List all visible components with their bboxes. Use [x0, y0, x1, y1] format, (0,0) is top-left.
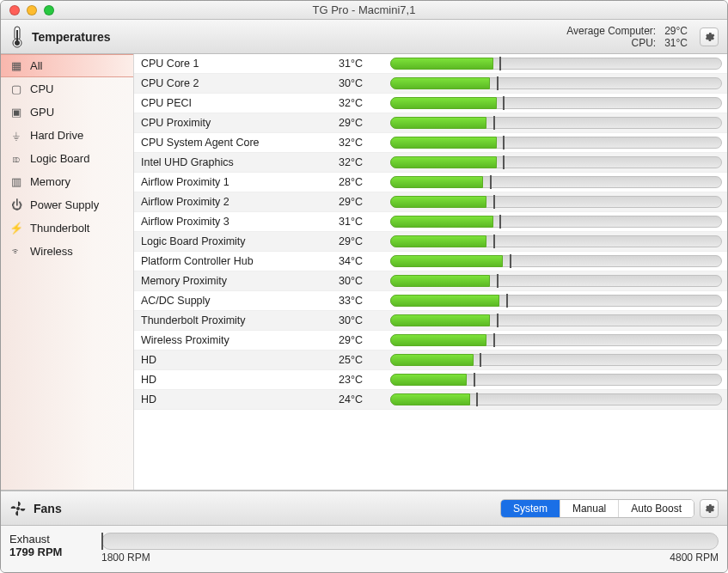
sensor-name: Intel UHD Graphics — [141, 156, 339, 168]
sensor-bar — [390, 334, 722, 346]
sensor-name: Platform Controller Hub — [141, 255, 339, 267]
sensor-row[interactable]: Airflow Proximity 229°C — [134, 192, 727, 212]
sensor-row[interactable]: CPU System Agent Core32°C — [134, 133, 727, 153]
sensor-name: Memory Proximity — [141, 275, 339, 287]
sensor-row[interactable]: AC/DC Supply33°C — [134, 291, 727, 311]
sidebar-item-label: CPU — [30, 82, 53, 95]
sensor-bar — [390, 295, 722, 307]
sensor-bar — [390, 97, 722, 109]
window-close-icon[interactable] — [9, 5, 20, 15]
sensor-name: Thunderbolt Proximity — [141, 314, 339, 326]
sensor-value: 34°C — [339, 255, 390, 267]
sensor-value: 29°C — [339, 235, 390, 247]
fans-settings-button[interactable] — [700, 499, 719, 518]
sensor-row[interactable]: CPU PECI32°C — [134, 94, 727, 113]
sensor-bar — [390, 275, 722, 287]
sensor-name: CPU Proximity — [141, 117, 339, 129]
board-icon: ⎄ — [9, 152, 23, 165]
sensor-value: 31°C — [339, 216, 390, 228]
sensor-bar — [390, 255, 722, 267]
window-minimize-icon[interactable] — [27, 5, 37, 15]
drive-icon: ⏚ — [9, 129, 23, 142]
sensor-name: AC/DC Supply — [141, 295, 339, 307]
sensor-row[interactable]: Wireless Proximity29°C — [134, 331, 727, 351]
sensor-value: 33°C — [339, 295, 390, 307]
sensor-row[interactable]: Intel UHD Graphics32°C — [134, 153, 727, 173]
sensor-row[interactable]: Airflow Proximity 128°C — [134, 173, 727, 192]
sidebar-item-hd[interactable]: ⏚Hard Drive — [1, 124, 133, 147]
sensor-list[interactable]: CPU Core 131°CCPU Core 230°CCPU PECI32°C… — [134, 54, 727, 490]
sensor-value: 32°C — [339, 97, 390, 109]
fan-bar[interactable] — [101, 533, 719, 550]
sensor-value: 30°C — [339, 275, 390, 287]
sensor-row[interactable]: Logic Board Proximity29°C — [134, 232, 727, 252]
sensor-row[interactable]: Thunderbolt Proximity30°C — [134, 311, 727, 331]
temperatures-header: Temperatures Average Computer: 29°C CPU:… — [1, 20, 727, 54]
chip-icon: ▢ — [9, 82, 23, 95]
fan-bar-area: 1800 RPM4800 RPM — [101, 533, 719, 564]
sensor-value: 30°C — [339, 314, 390, 326]
category-sidebar: ▦All▢CPU▣GPU⏚Hard Drive⎄Logic Board▥Memo… — [1, 54, 134, 490]
sidebar-item-thunderbolt[interactable]: ⚡Thunderbolt — [1, 216, 133, 240]
sensor-bar — [390, 314, 722, 326]
sensor-row[interactable]: Airflow Proximity 331°C — [134, 212, 727, 232]
fan-mode-auto_boost-button[interactable]: Auto Boost — [618, 500, 694, 517]
svg-point-4 — [16, 507, 20, 510]
fan-mode-manual-button[interactable]: Manual — [560, 500, 618, 517]
sensor-value: 32°C — [339, 137, 390, 149]
fan-icon — [9, 500, 27, 517]
sidebar-item-all[interactable]: ▦All — [1, 54, 133, 77]
sensor-value: 32°C — [339, 156, 390, 168]
fan-mode-system-button[interactable]: System — [501, 500, 560, 517]
gpu-icon: ▣ — [9, 106, 23, 119]
sensor-row[interactable]: HD23°C — [134, 370, 727, 390]
sensor-bar — [390, 176, 722, 188]
temperatures-settings-button[interactable] — [700, 27, 719, 46]
sensor-row[interactable]: Platform Controller Hub34°C — [134, 252, 727, 271]
window-zoom-icon[interactable] — [44, 5, 54, 15]
bolt-icon: ⚡ — [9, 222, 23, 235]
fan-min-rpm: 1800 RPM — [101, 552, 150, 564]
fan-mode-segmented: SystemManualAuto Boost — [500, 499, 694, 518]
sensor-name: CPU System Agent Core — [141, 137, 339, 149]
sensor-row[interactable]: HD25°C — [134, 351, 727, 370]
sensor-value: 28°C — [339, 176, 390, 188]
sensor-bar — [390, 58, 722, 70]
sidebar-item-memory[interactable]: ▥Memory — [1, 170, 133, 193]
sensor-bar — [390, 196, 722, 208]
sidebar-item-wireless[interactable]: ᯤWireless — [1, 240, 133, 263]
sensor-row[interactable]: HD24°C — [134, 390, 727, 410]
sidebar-item-gpu[interactable]: ▣GPU — [1, 101, 133, 124]
sidebar-item-cpu[interactable]: ▢CPU — [1, 77, 133, 101]
sensor-name: Airflow Proximity 1 — [141, 176, 339, 188]
sensor-value: 29°C — [339, 117, 390, 129]
fans-header: Fans SystemManualAuto Boost — [1, 491, 727, 526]
sidebar-item-label: Hard Drive — [30, 129, 83, 142]
sidebar-item-power[interactable]: ⏻Power Supply — [1, 193, 133, 216]
fans-label: Fans — [34, 502, 62, 515]
sensor-value: 31°C — [339, 58, 390, 70]
sidebar-item-label: GPU — [30, 106, 54, 119]
sensor-value: 29°C — [339, 334, 390, 346]
memory-icon: ▥ — [9, 175, 23, 188]
sensor-row[interactable]: CPU Core 230°C — [134, 74, 727, 94]
cpu-label: CPU: — [632, 37, 657, 49]
sensor-row[interactable]: CPU Proximity29°C — [134, 113, 727, 133]
sensor-value: 25°C — [339, 354, 390, 366]
sensor-name: CPU Core 2 — [141, 77, 339, 89]
wifi-icon: ᯤ — [9, 245, 23, 258]
sensor-row[interactable]: Memory Proximity30°C — [134, 271, 727, 291]
sensor-bar — [390, 354, 722, 366]
sensor-bar — [390, 374, 722, 386]
sidebar-item-label: Wireless — [30, 245, 73, 258]
sensor-row[interactable]: CPU Core 131°C — [134, 54, 727, 74]
sensor-name: Airflow Proximity 2 — [141, 196, 339, 208]
fan-name: Exhaust — [9, 533, 91, 546]
sensor-name: Logic Board Proximity — [141, 235, 339, 247]
fan-info: Exhaust1799 RPM — [9, 533, 91, 558]
gear-icon — [703, 31, 715, 43]
sensor-bar — [390, 77, 722, 89]
sidebar-item-logic[interactable]: ⎄Logic Board — [1, 147, 133, 170]
window-title: TG Pro - Macmini7,1 — [1, 3, 727, 16]
sensor-bar — [390, 117, 722, 129]
